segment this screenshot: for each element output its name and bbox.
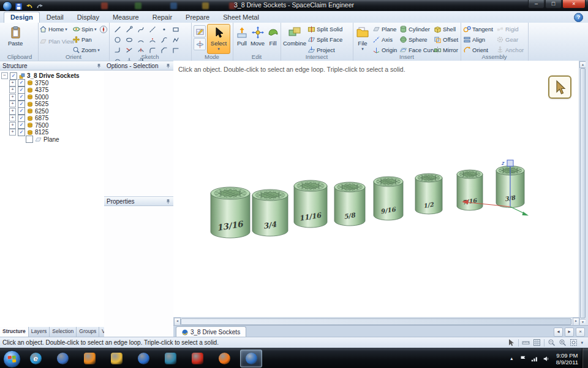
insert-cylinder-button[interactable]: Cylinder xyxy=(399,25,430,34)
tree-item[interactable]: + ✓ 6250 xyxy=(1,108,104,115)
file-button[interactable]: File ▾ xyxy=(354,24,371,52)
pull-button[interactable]: Pull xyxy=(234,24,250,47)
socket-3d-object[interactable]: 7/16 xyxy=(457,170,483,210)
help-button[interactable]: ? xyxy=(574,13,583,22)
maximize-button[interactable]: □ xyxy=(545,0,562,9)
move-button[interactable]: Move xyxy=(249,24,266,47)
options-panel-header[interactable]: Options - Selection xyxy=(104,61,173,71)
tree-item-plane[interactable]: Plane xyxy=(1,136,104,144)
taskbar-firefox[interactable] xyxy=(213,350,235,367)
ribbon-tab[interactable]: Display xyxy=(70,12,106,23)
pin-icon[interactable] xyxy=(165,63,171,69)
split-face-button[interactable]: Split Face xyxy=(307,35,342,44)
ribbon-tab[interactable]: Repair xyxy=(146,12,179,23)
ribbon-tab[interactable]: Prepare xyxy=(179,12,216,23)
plan-view-button[interactable]: Plan View xyxy=(39,37,74,46)
select-tool-button[interactable]: Select ▾ xyxy=(207,24,230,54)
socket-3d-object[interactable]: 5/8 xyxy=(334,182,365,226)
taskbar-messenger[interactable] xyxy=(51,350,74,367)
properties-panel-header[interactable]: Properties xyxy=(104,196,173,206)
pin-icon[interactable] xyxy=(96,63,102,69)
checkbox-checked-icon[interactable]: ✓ xyxy=(18,86,25,94)
redo-icon[interactable] xyxy=(36,2,43,10)
sketch-polyline-icon[interactable] xyxy=(170,34,181,45)
checkbox-unchecked-icon[interactable] xyxy=(26,136,33,143)
dimension-icon[interactable] xyxy=(522,339,530,347)
ribbon-tab[interactable]: Sheet Metal xyxy=(216,12,266,23)
document-tab[interactable]: 3_8 Drive Sockets xyxy=(176,326,246,337)
design-canvas[interactable]: 13/163/411/165/89/161/27/163/8z Click an… xyxy=(173,61,579,317)
zoom-extents-icon[interactable] xyxy=(570,339,578,347)
rigid-button[interactable]: Rigid xyxy=(496,25,519,34)
pin-icon[interactable] xyxy=(165,199,171,204)
insert-plane-button[interactable]: Plane xyxy=(372,25,396,34)
socket-3d-object[interactable]: 13/16 xyxy=(211,187,250,238)
taskbar-spaceclaim[interactable] xyxy=(240,350,262,367)
tree-item[interactable]: + ✓ 5000 xyxy=(1,94,104,101)
chevron-down-icon[interactable]: ▾ xyxy=(581,340,583,345)
checkbox-checked-icon[interactable]: ✓ xyxy=(18,129,25,136)
sketch-point-icon[interactable] xyxy=(158,24,170,34)
expand-icon[interactable]: + xyxy=(9,101,16,107)
checkbox-checked-icon[interactable]: ✓ xyxy=(18,79,25,86)
spaceclaim-logo-icon[interactable] xyxy=(2,1,12,11)
tree-item[interactable]: + ✓ 8125 xyxy=(1,129,104,136)
checkbox-checked-icon[interactable]: ✓ xyxy=(10,72,17,80)
volume-icon[interactable] xyxy=(542,354,551,363)
spin-button[interactable]: Spin▾ xyxy=(72,25,97,34)
checkbox-checked-icon[interactable]: ✓ xyxy=(18,101,25,108)
collapse-icon[interactable]: − xyxy=(1,72,8,79)
insert-shell-button[interactable]: Shell xyxy=(434,25,456,34)
expand-icon[interactable]: + xyxy=(9,122,16,129)
checkbox-checked-icon[interactable]: ✓ xyxy=(18,93,25,101)
ribbon-tab[interactable]: Design xyxy=(4,12,40,23)
checkbox-checked-icon[interactable]: ✓ xyxy=(18,115,25,122)
insert-offset-button[interactable]: Offset xyxy=(434,35,458,44)
tab-scroll-left-button[interactable]: ◂ xyxy=(554,328,563,337)
sketch-sweep-arc-icon[interactable] xyxy=(146,34,158,45)
section-mode-button[interactable] xyxy=(194,38,206,50)
taskbar-windows-explorer[interactable] xyxy=(105,350,127,367)
tab-scroll-right-button[interactable]: ▸ xyxy=(565,328,574,337)
taskbar-clock[interactable]: 9:09 PM 8/9/2011 xyxy=(556,352,578,366)
view-compass-icon[interactable] xyxy=(99,25,108,34)
sketch-arc-icon[interactable] xyxy=(135,34,146,45)
select-cursor-icon[interactable] xyxy=(507,339,515,347)
expand-icon[interactable]: + xyxy=(9,94,16,101)
panel-tab[interactable]: Groups xyxy=(77,327,99,337)
expand-icon[interactable]: + xyxy=(9,115,16,121)
insert-sphere-button[interactable]: Sphere xyxy=(399,35,428,44)
tree-item[interactable]: + ✓ 4375 xyxy=(1,86,104,94)
sketch-ellipse-icon[interactable] xyxy=(123,34,135,45)
undo-icon[interactable] xyxy=(25,2,33,10)
save-icon[interactable] xyxy=(15,2,23,10)
tree-item[interactable]: + ✓ 5625 xyxy=(1,101,104,108)
sketch-tangent-line-icon[interactable] xyxy=(123,24,135,34)
sketch-line-icon[interactable] xyxy=(111,24,123,34)
taskbar-internet-explorer[interactable]: e xyxy=(24,350,47,367)
sketch-spline-icon[interactable] xyxy=(135,24,146,34)
panel-tab[interactable]: Layers xyxy=(29,327,50,337)
socket-3d-object[interactable]: 11/16 xyxy=(294,180,327,228)
split-solid-button[interactable]: Split Solid xyxy=(307,25,342,34)
taskbar-app-blue[interactable] xyxy=(159,350,181,367)
socket-3d-object[interactable]: 9/16 xyxy=(374,177,403,220)
sketch-mode-button[interactable] xyxy=(194,25,206,37)
socket-3d-object[interactable]: 1/2 xyxy=(415,174,442,214)
horizontal-scroll-thumb[interactable] xyxy=(181,318,571,325)
expand-icon[interactable]: + xyxy=(9,108,16,115)
tree-item[interactable]: + ✓ 3750 xyxy=(1,80,104,87)
ribbon-tab[interactable]: Detail xyxy=(40,12,70,23)
fill-button[interactable]: Fill xyxy=(265,24,281,47)
start-button[interactable] xyxy=(3,350,21,368)
tree-item-root[interactable]: − ✓ 3_8 Drive Sockets xyxy=(1,72,104,80)
panel-tab[interactable]: Structure xyxy=(0,327,29,337)
checkbox-checked-icon[interactable]: ✓ xyxy=(18,107,25,115)
ribbon-tab[interactable]: Measure xyxy=(106,12,146,23)
socket-3d-object[interactable]: 3/4 xyxy=(252,190,288,236)
expand-icon[interactable]: + xyxy=(9,80,16,86)
gear-button[interactable]: Gear xyxy=(496,35,518,44)
insert-axis-button[interactable]: Axis xyxy=(372,35,393,44)
close-button[interactable]: × xyxy=(562,0,586,9)
tree-item[interactable]: + ✓ 7500 xyxy=(1,122,104,129)
